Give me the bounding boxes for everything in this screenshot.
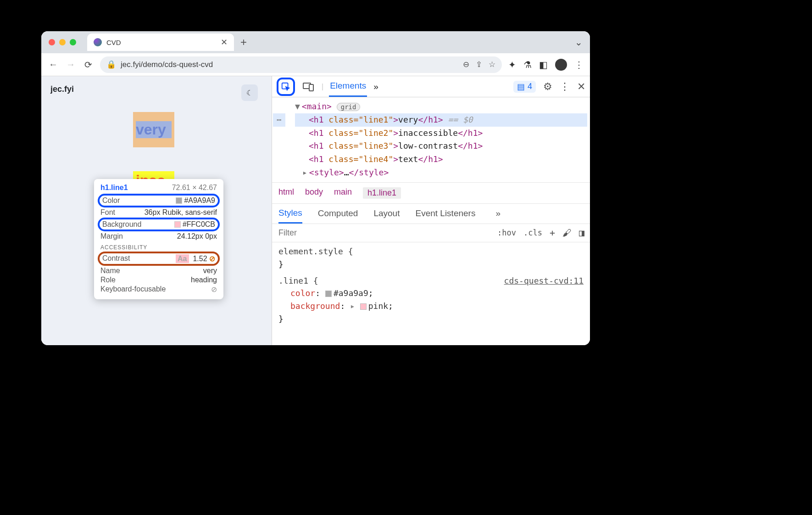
devtools-tabbar: | Elements » ▤ 4 ⚙ ⋮ ✕ (272, 76, 590, 97)
warning-icon: ⊘ (209, 255, 215, 263)
devtools-menu-icon[interactable]: ⋮ (560, 81, 570, 93)
computed-tab[interactable]: Computed (318, 208, 358, 218)
settings-icon[interactable]: ⚙ (543, 81, 552, 93)
side-panel-icon[interactable]: ◧ (539, 59, 548, 70)
close-tab-icon[interactable]: ✕ (221, 37, 228, 47)
extensions-icon[interactable]: ✦ (508, 59, 516, 70)
tooltip-selector: h1.line1 (100, 184, 128, 192)
dom-tree[interactable]: ▼<main> grid <h1 class="line1">very</h1>… (272, 97, 590, 183)
format-icon[interactable]: 🖌 (562, 227, 572, 238)
toolbar: ← → ⟳ 🔒 jec.fyi/demo/cds-quest-cvd ⊖ ⇪ ☆… (41, 53, 590, 76)
tooltip-accessibility-heading: ACCESSIBILITY (100, 244, 217, 251)
issues-icon: ▤ (517, 82, 525, 92)
address-bar[interactable]: 🔒 jec.fyi/demo/cds-quest-cvd ⊖ ⇪ ☆ (100, 56, 502, 73)
dom-selected-row[interactable]: <h1 class="line1">very</h1> == $0 (295, 113, 587, 127)
not-focusable-icon: ⊘ (211, 285, 217, 294)
lock-icon: 🔒 (106, 60, 116, 69)
browser-tab[interactable]: CVD ✕ (87, 34, 234, 51)
minimize-window-button[interactable] (59, 39, 66, 45)
layout-tab[interactable]: Layout (373, 208, 400, 218)
tab-title: CVD (106, 39, 121, 46)
styles-tabbar: Styles Computed Layout Event Listeners » (272, 204, 590, 224)
extension-icons: ✦ ⚗ ◧ ⋮ (508, 59, 584, 71)
toggle-hover-button[interactable]: :hov (497, 228, 516, 237)
tooltip-role-row: Role heading (100, 276, 217, 284)
toggle-classes-button[interactable]: .cls (523, 228, 542, 237)
styles-tab[interactable]: Styles (278, 203, 302, 224)
share-icon[interactable]: ⇪ (476, 60, 482, 69)
labs-icon[interactable]: ⚗ (523, 59, 532, 70)
crumb-main[interactable]: main (334, 187, 352, 199)
favicon-icon (94, 38, 102, 46)
computed-sidebar-icon[interactable]: ◨ (579, 227, 584, 238)
tooltip-name-row: Name very (100, 267, 217, 275)
chrome-menu-icon[interactable]: ⋮ (574, 59, 584, 70)
profile-avatar[interactable] (555, 59, 567, 71)
tab-overflow-icon[interactable]: ⌄ (575, 37, 583, 48)
back-button[interactable]: ← (48, 59, 59, 70)
source-link[interactable]: cds-quest-cvd:11 (504, 274, 584, 287)
device-toolbar-button[interactable] (300, 79, 316, 95)
window-controls (49, 39, 76, 45)
new-tab-button[interactable]: + (240, 36, 247, 49)
element-inspector-tooltip: h1.line1 72.61 × 42.67 Color #A9A9A9 Fon… (94, 179, 223, 299)
issues-counter[interactable]: ▤ 4 (513, 81, 536, 93)
zoom-out-icon[interactable]: ⊖ (463, 60, 469, 69)
dark-mode-toggle[interactable]: ☾ (241, 84, 258, 101)
svg-rect-2 (309, 84, 313, 91)
crumb-body[interactable]: body (305, 187, 323, 199)
devtools-panel: | Elements » ▤ 4 ⚙ ⋮ ✕ ▼<main> grid <h1 … (272, 76, 590, 345)
reload-button[interactable]: ⟳ (83, 59, 94, 70)
styles-filter-input[interactable] (272, 228, 492, 238)
more-styles-tabs[interactable]: » (495, 208, 501, 218)
tooltip-keyboard-row: Keyboard-focusable ⊘ (100, 285, 217, 294)
forward-button[interactable]: → (65, 59, 76, 70)
tooltip-color-row: Color #A9A9A9 (98, 194, 220, 207)
tooltip-font-row: Font 36px Rubik, sans-serif (100, 208, 217, 217)
crumb-html[interactable]: html (278, 187, 294, 199)
url-text: jec.fyi/demo/cds-quest-cvd (121, 60, 213, 69)
tooltip-margin-row: Margin 24.12px 0px (100, 232, 217, 241)
bookmark-icon[interactable]: ☆ (489, 60, 495, 69)
new-style-rule-button[interactable]: + (550, 227, 555, 238)
element-picker-button[interactable] (277, 78, 295, 96)
breadcrumbs: html body main h1.line1 (272, 183, 590, 204)
tooltip-background-row: Background #FFC0CB (98, 218, 220, 231)
tooltip-contrast-row: Contrast Aa 1.52 ⊘ (98, 252, 220, 266)
styles-filter-row: :hov .cls + 🖌 ◨ (272, 224, 590, 242)
close-window-button[interactable] (49, 39, 55, 45)
grid-badge[interactable]: grid (337, 103, 361, 111)
tab-strip: CVD ✕ + ⌄ (41, 31, 590, 53)
tooltip-dimensions: 72.61 × 42.67 (172, 184, 217, 192)
demo-line-1[interactable]: very (133, 112, 174, 147)
styles-pane[interactable]: element.style { } .line1 {cds-quest-cvd:… (272, 242, 590, 328)
elements-tab[interactable]: Elements (329, 76, 367, 97)
page-brand: jec.fyi (50, 84, 262, 94)
event-listeners-tab[interactable]: Event Listeners (415, 208, 475, 218)
crumb-h1-line1[interactable]: h1.line1 (363, 187, 401, 199)
more-tabs-button[interactable]: » (373, 77, 379, 96)
close-devtools-icon[interactable]: ✕ (577, 81, 585, 93)
zoom-window-button[interactable] (70, 39, 76, 45)
